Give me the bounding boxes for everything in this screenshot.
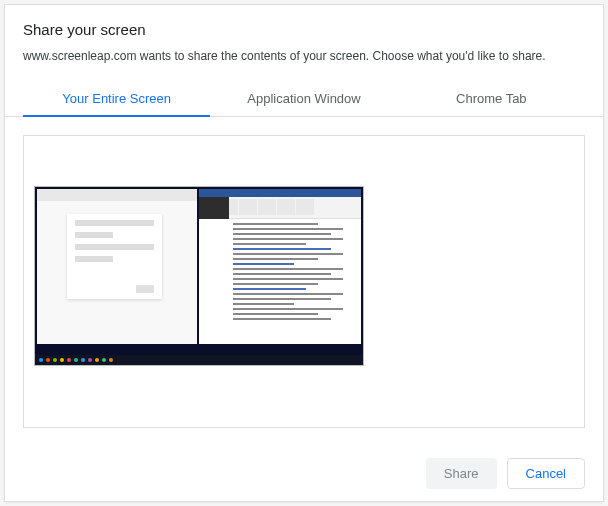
share-screen-dialog: Share your screen www.screenleap.com wan…	[4, 4, 604, 502]
preview-document-window	[199, 189, 361, 344]
dialog-title: Share your screen	[23, 21, 585, 38]
dialog-footer: Share Cancel	[5, 446, 603, 501]
tab-chrome-tab[interactable]: Chrome Tab	[398, 81, 585, 116]
tab-label: Your Entire Screen	[62, 91, 171, 106]
content-area	[5, 117, 603, 446]
tab-label: Chrome Tab	[456, 91, 527, 106]
preview-taskbar	[35, 355, 363, 365]
tab-entire-screen[interactable]: Your Entire Screen	[23, 81, 210, 116]
dialog-description: www.screenleap.com wants to share the co…	[23, 48, 585, 65]
cancel-button[interactable]: Cancel	[507, 458, 585, 489]
screen-thumbnail[interactable]	[34, 186, 364, 366]
dialog-header: Share your screen www.screenleap.com wan…	[5, 5, 603, 73]
tab-label: Application Window	[247, 91, 360, 106]
share-button[interactable]: Share	[426, 458, 497, 489]
screen-selection-box	[23, 135, 585, 428]
preview-browser-window	[37, 189, 197, 344]
tabs-container: Your Entire Screen Application Window Ch…	[5, 81, 603, 117]
tab-application-window[interactable]: Application Window	[210, 81, 397, 116]
